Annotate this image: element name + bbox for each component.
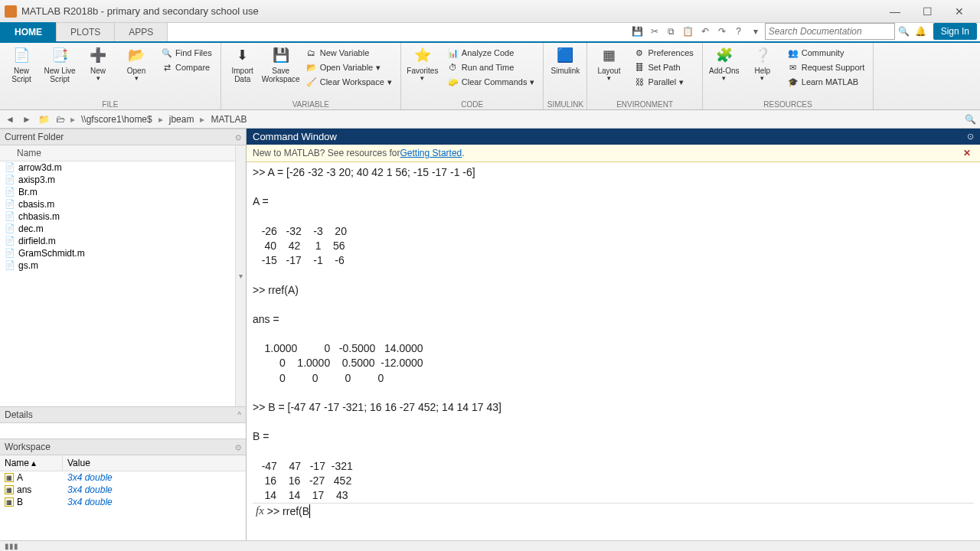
preferences-button[interactable]: ⚙Preferences: [632, 46, 695, 60]
clear-workspace-button[interactable]: 🧹Clear Workspace ▾: [304, 75, 394, 89]
title-bar: MATLAB R2018b - primary and secondary sc…: [0, 0, 980, 23]
learn-matlab-button[interactable]: 🎓Learn MATLAB: [786, 75, 867, 89]
simulink-button[interactable]: 🟦Simulink: [547, 44, 583, 77]
search-button-icon[interactable]: 🔍: [897, 24, 912, 39]
sign-in-button[interactable]: Sign In: [933, 23, 977, 40]
import-data-button[interactable]: ⬇Import Data: [224, 44, 261, 86]
banner-close-icon[interactable]: ✕: [960, 148, 974, 158]
analyze-code-button[interactable]: 📊Analyze Code: [446, 46, 537, 60]
cmdwin-menu-icon[interactable]: ⊙: [967, 132, 974, 142]
favorites-icon: ⭐: [413, 47, 432, 65]
tab-home[interactable]: HOME: [0, 22, 57, 41]
group-label-code: CODE: [401, 99, 544, 109]
minimize-button[interactable]: —: [879, 3, 911, 20]
var-value: 3x4 double: [67, 484, 113, 495]
current-folder-header[interactable]: Current Folder ⊙: [0, 129, 246, 145]
var-name: B: [17, 497, 23, 507]
file-icon: 📄: [5, 223, 15, 234]
set-path-button[interactable]: 🛤Set Path: [632, 60, 695, 74]
file-name: chbasis.m: [18, 211, 60, 222]
request-support-button[interactable]: ✉Request Support: [786, 60, 867, 74]
file-row[interactable]: 📄chbasis.m: [0, 210, 235, 223]
layout-button[interactable]: ▦Layout▾: [590, 44, 627, 85]
save-icon[interactable]: 💾: [630, 24, 645, 39]
file-icon: 📄: [5, 162, 15, 173]
search-input[interactable]: [765, 23, 895, 40]
getting-started-link[interactable]: Getting Started: [400, 148, 462, 158]
workspace-header[interactable]: Workspace ⊙: [0, 439, 246, 455]
command-output[interactable]: >> A = [-26 -32 -3 20; 40 42 1 56; -15 -…: [247, 162, 980, 540]
chevron-up-icon[interactable]: ^: [237, 411, 241, 419]
new-button[interactable]: ➕New▾: [80, 44, 116, 85]
workspace-row[interactable]: ▦B3x4 double: [0, 496, 246, 508]
redo-icon[interactable]: ↷: [714, 24, 730, 39]
col-name[interactable]: Name: [5, 148, 41, 158]
file-row[interactable]: 📄dirfield.m: [0, 235, 235, 247]
run-and-time-button[interactable]: ⏱Run and Time: [446, 60, 537, 74]
ws-col-value[interactable]: Value: [63, 455, 95, 471]
close-button[interactable]: ✕: [943, 3, 975, 20]
path-user[interactable]: jbeam: [166, 113, 198, 126]
file-row[interactable]: 📄Br.m: [0, 186, 235, 198]
new-script-button[interactable]: 📄New Script: [3, 44, 40, 86]
group-label-file: FILE: [0, 99, 220, 109]
undo-icon[interactable]: ↶: [697, 24, 713, 39]
bell-icon[interactable]: 🔔: [913, 24, 929, 39]
help-button[interactable]: ❔Help▾: [744, 44, 781, 85]
tab-apps[interactable]: APPS: [114, 22, 168, 41]
browse-icon[interactable]: 🗁: [54, 112, 67, 126]
addons-button[interactable]: 🧩Add-Ons▾: [706, 44, 743, 85]
compare-icon: ⇄: [162, 62, 172, 73]
gear-icon: ⚙: [634, 47, 645, 58]
compare-button[interactable]: ⇄Compare: [159, 60, 214, 74]
tab-plots[interactable]: PLOTS: [56, 22, 115, 41]
forward-icon[interactable]: ►: [20, 112, 34, 126]
details-header[interactable]: Details ^: [0, 406, 246, 423]
save-workspace-button[interactable]: 💾Save Workspace: [263, 44, 299, 86]
cut-icon[interactable]: ✂: [647, 24, 662, 39]
up-folder-icon[interactable]: 📁: [37, 112, 51, 126]
file-icon: 📄: [5, 211, 15, 222]
ws-col-name[interactable]: Name ▴: [0, 455, 63, 471]
back-icon[interactable]: ◄: [3, 112, 17, 126]
open-folder-icon: 📂: [127, 47, 145, 65]
clear-commands-button[interactable]: 🧽Clear Commands ▾: [446, 75, 537, 89]
command-input[interactable]: rref(B: [283, 504, 309, 518]
workspace-title: Workspace: [5, 442, 51, 452]
path-root[interactable]: \\gfscore1\home$: [78, 113, 155, 126]
favorites-button[interactable]: ⭐Favorites▾: [404, 44, 441, 85]
file-row[interactable]: 📄axisp3.m: [0, 174, 235, 186]
workspace-row[interactable]: ▦ans3x4 double: [0, 484, 246, 496]
community-button[interactable]: 👥Community: [786, 46, 867, 60]
file-row[interactable]: 📄GramSchmidt.m: [0, 247, 235, 259]
dropdown-icon[interactable]: ▾: [748, 24, 763, 39]
new-variable-button[interactable]: 🗂New Variable: [304, 46, 394, 60]
file-row[interactable]: 📄arrow3d.m: [0, 161, 235, 174]
command-window-header[interactable]: Command Window ⊙: [247, 129, 980, 145]
parallel-button[interactable]: ⛓Parallel ▾: [632, 75, 695, 89]
new-live-script-button[interactable]: 📑New Live Script: [41, 44, 78, 86]
file-row[interactable]: 📄gs.m: [0, 259, 235, 272]
current-folder-title: Current Folder: [5, 132, 64, 142]
help-icon[interactable]: ?: [731, 24, 746, 39]
status-indicator: ▮▮▮: [5, 542, 18, 550]
fx-icon[interactable]: fx: [256, 504, 264, 519]
copy-icon[interactable]: ⧉: [664, 24, 679, 39]
analyze-icon: 📊: [448, 47, 459, 58]
maximize-button[interactable]: ☐: [911, 3, 943, 20]
path-folder[interactable]: MATLAB: [207, 113, 250, 126]
file-row[interactable]: 📄dec.m: [0, 223, 235, 235]
chevron-down-icon[interactable]: ⊙: [235, 133, 241, 142]
open-button[interactable]: 📂Open▾: [118, 44, 155, 85]
scrollbar[interactable]: ▾: [235, 145, 246, 406]
paste-icon[interactable]: 📋: [681, 24, 696, 39]
file-icon: 📄: [5, 187, 15, 197]
open-variable-button[interactable]: 📂Open Variable ▾: [304, 60, 394, 74]
workspace-menu-icon[interactable]: ⊙: [235, 443, 241, 452]
getting-started-banner: New to MATLAB? See resources for Getting…: [247, 145, 980, 162]
file-row[interactable]: 📄cbasis.m: [0, 198, 235, 210]
path-search-icon[interactable]: 🔍: [963, 112, 977, 126]
find-files-button[interactable]: 🔍Find Files: [159, 46, 214, 60]
workspace-row[interactable]: ▦A3x4 double: [0, 471, 246, 484]
simulink-icon: 🟦: [556, 47, 574, 65]
